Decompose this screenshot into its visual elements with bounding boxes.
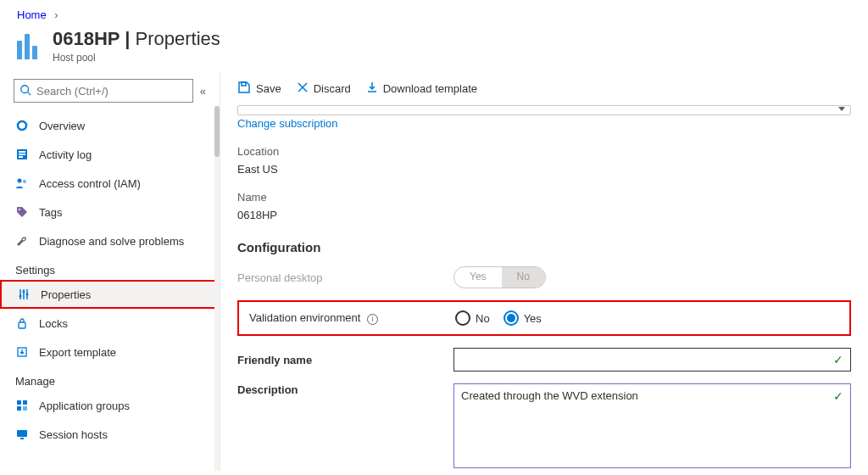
svg-rect-5 [19, 154, 25, 155]
collapse-sidebar-button[interactable]: « [200, 85, 206, 98]
discard-button[interactable]: Discard [297, 81, 351, 96]
sidebar-item-label: Session hosts [39, 428, 108, 441]
radio-icon [504, 310, 519, 326]
search-icon [19, 84, 31, 98]
download-template-button[interactable]: Download template [366, 81, 477, 96]
svg-rect-16 [19, 322, 25, 328]
friendly-name-row: Friendly name ✓ [237, 348, 851, 372]
svg-line-1 [28, 92, 31, 95]
activity-log-icon [15, 148, 29, 160]
description-row: Description Created through the WVD exte… [237, 383, 851, 468]
chevron-right-icon: › [54, 8, 58, 21]
save-icon [237, 81, 251, 97]
search-input[interactable] [36, 85, 187, 98]
sidebar-scrollbar-track [214, 106, 220, 471]
info-icon[interactable]: i [367, 314, 378, 325]
svg-rect-4 [19, 151, 25, 153]
svg-rect-19 [23, 400, 27, 405]
breadcrumb: Home › [0, 0, 868, 25]
overview-icon [15, 120, 29, 131]
svg-point-7 [18, 179, 22, 183]
friendly-name-label: Friendly name [237, 354, 453, 366]
sidebar-group-manage: Manage [0, 366, 220, 391]
description-textarea[interactable]: Created through the WVD extension ✓ [453, 383, 851, 468]
sidebar-item-label: Diagnose and solve problems [39, 235, 184, 248]
page-title: 0618HP | Properties [53, 28, 220, 50]
personal-desktop-row: Personal desktop Yes No [237, 266, 851, 288]
sidebar-item-label: Overview [39, 120, 85, 132]
breadcrumb-home[interactable]: Home [17, 8, 47, 21]
page-header: 0618HP | Properties Host pool [0, 25, 868, 72]
sidebar: « Overview Activity log Access control (… [0, 72, 220, 471]
svg-point-0 [21, 85, 29, 92]
validation-environment-label: Validation environment i [249, 311, 455, 325]
svg-rect-23 [20, 438, 24, 439]
check-icon: ✓ [833, 353, 843, 366]
sidebar-item-application-groups[interactable]: Application groups [0, 391, 220, 420]
sidebar-item-label: Export template [39, 346, 116, 359]
sidebar-item-activity-log[interactable]: Activity log [0, 140, 220, 169]
name-label: Name [237, 191, 851, 204]
svg-rect-24 [242, 82, 246, 86]
people-icon [15, 177, 29, 189]
monitor-icon [15, 428, 29, 440]
subscription-dropdown[interactable] [237, 105, 851, 115]
description-label: Description [237, 383, 453, 396]
sidebar-item-iam[interactable]: Access control (IAM) [0, 169, 220, 198]
save-button[interactable]: Save [237, 81, 281, 97]
svg-point-13 [19, 295, 22, 298]
sidebar-item-label: Access control (IAM) [39, 177, 141, 190]
toolbar: Save Discard Download template [220, 72, 868, 105]
export-icon [15, 346, 29, 358]
svg-point-2 [18, 121, 26, 130]
sliders-icon [17, 288, 31, 300]
main-panel: Save Discard Download template Change su… [220, 72, 868, 471]
svg-rect-20 [17, 406, 21, 411]
sidebar-item-label: Activity log [39, 148, 92, 161]
validation-yes-radio[interactable]: Yes [504, 310, 542, 326]
svg-point-8 [23, 180, 26, 183]
sidebar-item-overview[interactable]: Overview [0, 111, 220, 140]
change-subscription-link[interactable]: Change subscription [237, 117, 338, 130]
resource-type: Host pool [53, 52, 220, 64]
svg-point-14 [23, 291, 25, 293]
validation-no-radio[interactable]: No [455, 310, 490, 326]
sidebar-item-diagnose[interactable]: Diagnose and solve problems [0, 226, 220, 255]
svg-rect-18 [17, 400, 21, 405]
download-icon [366, 81, 378, 96]
sidebar-item-tags[interactable]: Tags [0, 198, 220, 226]
wrench-icon [15, 235, 29, 247]
svg-rect-6 [19, 156, 23, 158]
personal-desktop-toggle: Yes No [453, 266, 546, 288]
location-label: Location [237, 145, 851, 158]
validation-environment-row: Validation environment i No Yes [237, 300, 851, 336]
sidebar-item-label: Locks [39, 317, 68, 330]
friendly-name-input[interactable]: ✓ [453, 348, 851, 372]
sidebar-item-label: Tags [39, 206, 62, 219]
sidebar-search[interactable] [14, 79, 193, 103]
svg-point-15 [26, 293, 29, 296]
lock-icon [15, 317, 29, 329]
sidebar-item-label: Application groups [39, 400, 130, 412]
sidebar-scrollbar-thumb[interactable] [214, 106, 220, 157]
app-groups-icon [15, 400, 29, 411]
sidebar-item-label: Properties [41, 288, 91, 301]
location-value: East US [237, 163, 851, 176]
radio-icon [455, 310, 470, 326]
svg-point-9 [19, 209, 20, 210]
sidebar-item-export-template[interactable]: Export template [0, 338, 220, 366]
svg-rect-21 [23, 406, 27, 411]
toggle-no: No [502, 267, 545, 288]
check-icon: ✓ [833, 389, 843, 403]
toggle-yes: Yes [454, 267, 502, 288]
name-value: 0618HP [237, 209, 851, 221]
tag-icon [15, 206, 29, 218]
sidebar-item-session-hosts[interactable]: Session hosts [0, 420, 220, 449]
configuration-header: Configuration [237, 240, 851, 254]
svg-rect-22 [17, 430, 27, 437]
sidebar-item-locks[interactable]: Locks [0, 309, 220, 338]
close-icon [297, 81, 309, 96]
sidebar-item-properties[interactable]: Properties [0, 280, 220, 309]
hostpool-icon [17, 32, 44, 59]
sidebar-group-settings: Settings [0, 255, 220, 280]
